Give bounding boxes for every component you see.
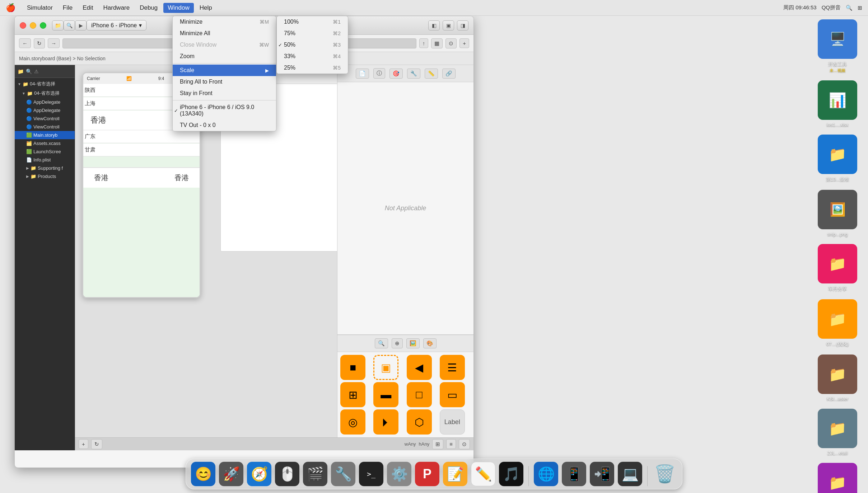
menu-debug[interactable]: Debug [135,3,162,13]
forward-btn[interactable]: → [48,38,60,48]
dock-settings[interactable]: ⚙️ [387,462,411,486]
desktop-icon-devtools[interactable]: 🖥️ 开发工具未…视频 [814,19,861,73]
scale-75[interactable]: 75% ⌘2 [277,28,348,39]
nav-search-btn[interactable]: 🔍 [64,20,75,30]
palette-icon-2[interactable]: ▣ [373,355,398,380]
menu-zoom[interactable]: Zoom [173,51,276,62]
inspector-connect-btn[interactable]: 🔗 [442,69,456,79]
panel-left-btn[interactable]: ◧ [428,20,440,30]
palette-icon-9[interactable]: ◎ [340,409,365,435]
palette-icon-6[interactable]: ▬ [373,382,398,407]
dock-textedit[interactable]: ✏️ [471,462,495,486]
nav-search-icon[interactable]: 🔍 [26,69,32,74]
scale-33[interactable]: 33% ⌘4 [277,51,348,62]
dock-trash[interactable]: 🗑️ [653,462,677,486]
dock-finder[interactable]: 😊 [191,462,215,486]
nav-item-products[interactable]: ▶ 📁 Products [15,172,75,180]
dock-terminal[interactable]: >_ [359,462,383,486]
nav-left-btn[interactable]: 📁 [52,20,64,30]
dock-mouse[interactable]: 🖱️ [275,462,299,486]
dock-app3[interactable]: 📱 [562,462,586,486]
menu-scale[interactable]: Scale ▶ [173,65,276,76]
desktop-icon-07[interactable]: 📁 07…(优化) [814,299,861,347]
panel-center-btn[interactable]: ▣ [443,20,454,30]
bottom-refresh-btn[interactable]: ↻ [91,439,102,449]
dock-app-p[interactable]: P [415,462,439,486]
palette-icon-11[interactable]: ⬡ [407,409,432,435]
menu-file[interactable]: File [59,3,77,13]
scale-50[interactable]: ✓ 50% ⌘3 [277,39,348,51]
maximize-button[interactable] [40,22,46,29]
inspector-attr-btn[interactable]: 🔧 [407,69,420,79]
menu-window[interactable]: Window [163,3,193,13]
palette-icon-label[interactable]: Label [440,409,465,435]
desktop-icon-ios1[interactable]: 📁 ios1...试题 [814,463,861,493]
menubar-multiwindow-icon[interactable]: ⊞ [858,5,862,11]
inspector-file-btn[interactable]: 📄 [356,69,369,79]
bottom-zoom-btn[interactable]: ⊙ [459,439,470,449]
scale-100[interactable]: 100% ⌘1 [277,16,348,28]
palette-icon-3[interactable]: ◀ [407,355,432,380]
refresh-btn[interactable]: ↻ [34,38,45,48]
nav-item-appdelegate1[interactable]: 🔵 AppDelegate [15,98,75,106]
palette-icon-10[interactable]: ⏵ [373,409,398,435]
assistant-btn[interactable]: ▦ [431,38,443,48]
bottom-grid-btn[interactable]: ≡ [446,439,456,449]
inspector-info-btn[interactable]: ⓘ [373,68,385,79]
palette-obj-btn[interactable]: ⊕ [392,338,403,348]
panel-right-btn[interactable]: ◨ [457,20,468,30]
add-btn[interactable]: + [459,38,469,48]
menu-tvout[interactable]: TV Out - 0 x 0 [173,119,276,131]
dock-safari[interactable]: 🧭 [247,462,271,486]
dock-launchpad[interactable]: 🚀 [219,462,243,486]
palette-icon-5[interactable]: ⊞ [340,382,365,407]
back-btn[interactable]: ← [19,38,31,48]
dock-app4[interactable]: 📲 [590,462,614,486]
palette-color-btn[interactable]: 🎨 [423,338,437,348]
palette-icon-8[interactable]: ▭ [440,382,465,407]
menu-edit[interactable]: Edit [78,3,97,13]
bottom-layout-btn[interactable]: ⊞ [432,439,443,449]
desktop-icon-xlsx1[interactable]: 📊 ios1....xlsx [814,80,861,127]
inspector-size-btn[interactable]: 📏 [425,69,438,79]
run-button[interactable]: ▶ [75,20,87,30]
nav-item-supporting[interactable]: ▶ 📁 Supporting f [15,164,75,172]
dock-media[interactable]: 🎵 [499,462,523,486]
close-button[interactable] [20,22,26,29]
menu-simulator[interactable]: Simulator [23,3,57,13]
nav-item-mainstory[interactable]: 🟩 Main.storyb [15,131,75,139]
nav-folder-icon[interactable]: 📁 [18,69,24,74]
minimize-button[interactable] [30,22,36,29]
menu-minimize[interactable]: Minimize ⌘M [173,16,276,28]
share-btn[interactable]: ↑ [419,38,429,48]
dock-preview[interactable]: 🎬 [303,462,327,486]
desktop-icon-ksl[interactable]: 📁 KSl...aster [814,355,861,402]
palette-icon-4[interactable]: ☰ [440,355,465,380]
desktop-icon-folder13[interactable]: 📁 第13...业准 [814,135,861,183]
bottom-plus-btn[interactable]: + [79,439,88,449]
menu-hardware[interactable]: Hardware [99,3,134,13]
nav-item-sub[interactable]: ▼ 📁 04-省市选择 [15,89,75,98]
menu-iphone6[interactable]: ✓ iPhone 6 - iPhone 6 / iOS 9.0 (13A340) [173,102,276,119]
nav-item-assets[interactable]: 🗂️ Assets.xcass [15,139,75,147]
nav-item-infoplist[interactable]: 📄 Info.plist [15,156,75,164]
nav-item-viewcontrol1[interactable]: 🔵 ViewControll [15,114,75,123]
menu-help[interactable]: Help [195,3,216,13]
palette-icon-1[interactable]: ■ [340,355,365,380]
apple-menu-icon[interactable]: 🍎 [6,3,15,13]
nav-warning-icon[interactable]: ⚠ [34,69,39,74]
nav-item-launchscreen[interactable]: 🟩 LaunchScree [15,147,75,156]
dock-app5[interactable]: 💻 [618,462,642,486]
history-btn[interactable]: ⊙ [445,38,457,48]
palette-media-btn[interactable]: 🖼️ [406,338,420,348]
scale-25[interactable]: 25% ⌘5 [277,62,348,74]
dock-app2[interactable]: 🌐 [534,462,558,486]
nav-item-root[interactable]: ▼ 📁 04-省市选择 [15,79,75,89]
desktop-icon-chedan[interactable]: 📁 车丹分享 [814,244,861,292]
dock-notes[interactable]: 📝 [443,462,467,486]
menubar-search-icon[interactable]: 🔍 [846,5,853,11]
menu-minimize-all[interactable]: Minimize All [173,28,276,39]
nav-item-viewcontrol2[interactable]: 🔵 ViewControll [15,123,75,131]
menu-stay-front[interactable]: Stay in Front [173,88,276,99]
menu-bring-all[interactable]: Bring All to Front [173,76,276,88]
